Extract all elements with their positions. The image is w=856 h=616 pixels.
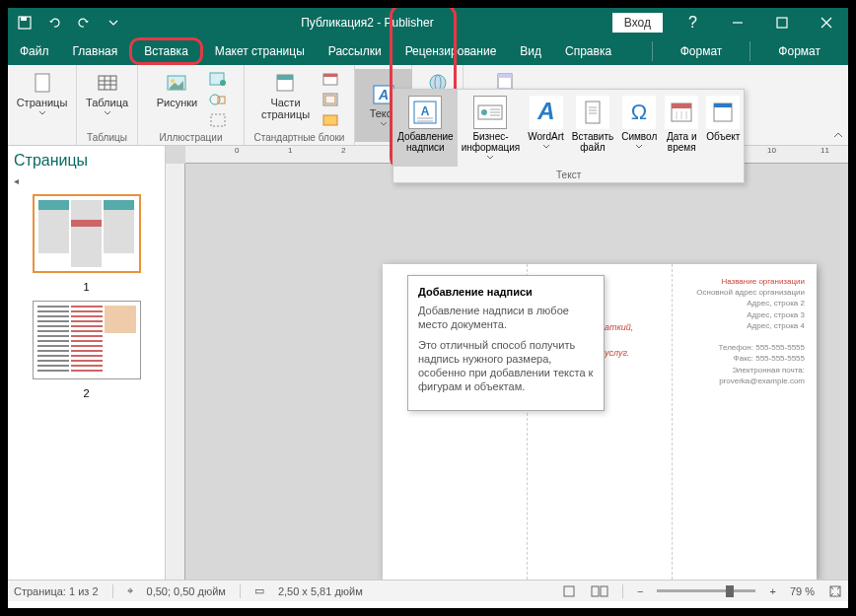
picture-icon (165, 71, 188, 95)
pages-panel-title: Страницы (14, 152, 88, 170)
insert-file-button[interactable]: Вставить файл (568, 90, 617, 167)
tab-format-2[interactable]: Формат (750, 37, 848, 65)
svg-rect-25 (323, 115, 337, 125)
shapes-icon[interactable] (207, 90, 229, 109)
page-number: 1 (14, 281, 159, 293)
calendar-icon (665, 96, 698, 129)
pictures-button[interactable]: Рисунки (153, 69, 202, 130)
zoom-out-button[interactable]: − (637, 585, 643, 597)
status-bar: Страница: 1 из 2 ⌖ 0,50; 0,50 дюйм ▭ 2,5… (8, 580, 848, 601)
placeholder-icon[interactable] (207, 110, 229, 130)
table-button[interactable]: Таблица (82, 69, 132, 118)
svg-rect-31 (498, 74, 512, 78)
symbol-icon: Ω (622, 96, 656, 129)
pointer-icon: ⌖ (127, 584, 133, 597)
svg-rect-55 (564, 586, 574, 596)
view-spread-icon[interactable] (591, 584, 608, 598)
tooltip-title: Добавление надписи (418, 286, 594, 298)
tab-home[interactable]: Главная (61, 37, 130, 65)
status-position: 0,50; 0,50 дюйм (147, 585, 226, 597)
org-addr: Адрес, строка 2 (684, 298, 805, 308)
undo-icon[interactable] (45, 14, 63, 32)
svg-rect-57 (601, 586, 607, 596)
page-thumbnail-2[interactable] (33, 301, 141, 379)
tab-mailings[interactable]: Рассылки (317, 37, 393, 65)
pages-panel: Страницы ◂ 1 2 (8, 146, 166, 580)
org-email-label: Электронная почта: (684, 365, 805, 376)
menu-bar: Файл Главная Вставка Макет страницы Расс… (8, 37, 848, 65)
ruler-vertical (166, 164, 185, 580)
svg-point-13 (171, 79, 175, 83)
page-icon (31, 71, 54, 95)
calendar-icon[interactable] (320, 69, 341, 89)
org-name: Название организации (684, 276, 805, 287)
business-info-button[interactable]: Бизнес- информация (458, 90, 525, 167)
org-fax: Факс: 555-555-5555 (684, 353, 805, 364)
maximize-icon[interactable] (759, 8, 804, 37)
save-icon[interactable] (16, 14, 34, 32)
minimize-icon[interactable] (715, 8, 759, 37)
svg-rect-6 (36, 74, 49, 92)
collapse-icon[interactable]: ◂ (14, 175, 159, 186)
tooltip-text: Это отличный способ получить надпись нуж… (418, 338, 594, 394)
tab-format-1[interactable]: Формат (653, 37, 750, 65)
wordart-button[interactable]: A WordArt (524, 90, 568, 167)
close-icon[interactable] (804, 8, 848, 37)
tab-page-layout[interactable]: Макет страницы (203, 37, 317, 65)
tab-help[interactable]: Справка (553, 37, 623, 65)
business-card-icon (473, 96, 507, 129)
svg-text:A: A (377, 87, 388, 103)
page-number: 2 (14, 387, 159, 399)
online-pictures-icon[interactable] (207, 69, 229, 89)
status-page[interactable]: Страница: 1 из 2 (14, 585, 99, 597)
svg-text:A: A (536, 98, 554, 124)
help-icon[interactable]: ? (671, 8, 715, 37)
svg-text:Ω: Ω (631, 100, 647, 124)
chevron-down-icon (635, 144, 643, 150)
date-time-button[interactable]: Дата и время (661, 90, 702, 167)
page-parts-button[interactable]: Части страницы (257, 69, 314, 130)
svg-rect-49 (672, 103, 691, 108)
tab-view[interactable]: Вид (508, 37, 553, 65)
org-addr: Адрес, строка 4 (684, 320, 805, 331)
fit-page-icon[interactable] (828, 584, 842, 598)
table-icon (96, 71, 119, 95)
svg-rect-7 (99, 76, 116, 90)
chevron-down-icon (486, 155, 494, 161)
textbox-icon: A (408, 96, 442, 129)
org-addr: Основной адрес организации (684, 287, 805, 298)
ad-icon[interactable] (320, 110, 341, 130)
zoom-in-button[interactable]: + (769, 585, 775, 597)
tooltip: Добавление надписи Добавление надписи в … (407, 275, 605, 411)
chevron-down-icon (38, 110, 46, 116)
redo-icon[interactable] (75, 14, 93, 32)
pages-button[interactable]: Страницы (13, 69, 72, 118)
svg-point-38 (481, 109, 487, 115)
symbol-button[interactable]: Ω Символ (617, 90, 661, 167)
add-textbox-button[interactable]: A Добавление надписи (393, 90, 458, 167)
customize-qat-icon[interactable] (105, 14, 122, 32)
svg-rect-20 (277, 75, 293, 80)
tab-file[interactable]: Файл (8, 37, 61, 65)
svg-rect-22 (323, 74, 337, 77)
collapse-ribbon-icon[interactable] (832, 129, 844, 141)
file-icon (576, 96, 609, 129)
svg-rect-24 (325, 96, 335, 103)
zoom-slider[interactable] (657, 589, 755, 592)
page-parts-icon (273, 71, 297, 95)
signin-button[interactable]: Вход (612, 13, 663, 33)
text-dropdown: A Добавление надписи Бизнес- информация … (392, 89, 745, 183)
zoom-level[interactable]: 79 % (790, 585, 815, 597)
tab-insert[interactable]: Вставка (129, 37, 203, 65)
border-icon[interactable] (320, 90, 341, 109)
object-button[interactable]: Объект (702, 90, 744, 167)
dropdown-section-label: Текст (556, 170, 581, 180)
page-thumbnail-1[interactable] (33, 194, 141, 273)
tab-review[interactable]: Рецензирование (393, 37, 509, 65)
view-single-icon[interactable] (561, 584, 577, 598)
window-title: Публикация2 - Publisher (122, 16, 612, 30)
org-addr: Адрес, строка 3 (684, 309, 805, 320)
chevron-down-icon (104, 110, 111, 116)
chevron-down-icon (380, 121, 388, 127)
size-icon: ▭ (254, 584, 264, 597)
